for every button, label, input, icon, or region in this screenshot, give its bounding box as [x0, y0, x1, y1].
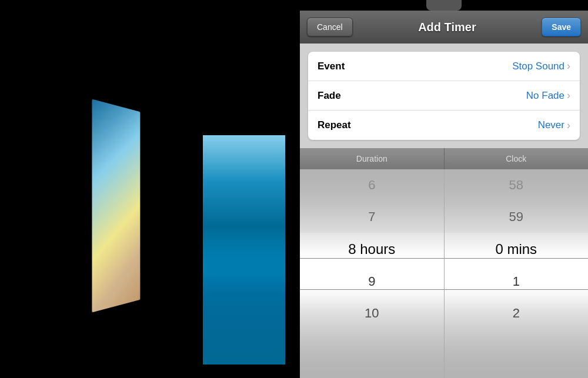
form-rows: Event Stop Sound › Fade No Fade › Repeat…: [308, 52, 580, 140]
repeat-value-text: Never: [538, 119, 564, 131]
repeat-label: Repeat: [318, 119, 351, 131]
fade-label: Fade: [318, 90, 341, 102]
picker-duration-item-9[interactable]: 9: [300, 266, 444, 297]
header-bar: Cancel Add Timer Save: [300, 11, 588, 44]
repeat-value[interactable]: Never ›: [538, 119, 570, 132]
event-label: Event: [318, 61, 345, 72]
picker-duration-items: 6 7 8 hours 9 10: [300, 169, 444, 329]
fade-value-text: No Fade: [526, 90, 564, 102]
panel-notch: [426, 0, 462, 11]
picker-clock-column[interactable]: 58 59 0 mins 1 2: [444, 169, 589, 378]
picker-clock-item-2[interactable]: 2: [445, 297, 589, 329]
event-chevron-icon: ›: [567, 60, 570, 72]
tab-clock[interactable]: Clock: [445, 148, 589, 169]
fade-value[interactable]: No Fade ›: [526, 89, 570, 102]
picker-clock-item-58[interactable]: 58: [445, 169, 589, 201]
fade-chevron-icon: ›: [567, 89, 570, 102]
tab-duration[interactable]: Duration: [300, 148, 445, 169]
dialog-title: Add Timer: [418, 21, 476, 34]
cancel-button[interactable]: Cancel: [307, 18, 353, 36]
event-value-text: Stop Sound: [512, 61, 564, 72]
repeat-row[interactable]: Repeat Never ›: [308, 111, 580, 140]
picker-clock-item-1[interactable]: 1: [445, 266, 589, 297]
repeat-chevron-icon: ›: [567, 119, 570, 132]
save-button[interactable]: Save: [542, 18, 581, 36]
picker-duration-item-8[interactable]: 8 hours: [300, 233, 444, 266]
segment-tabs: Duration Clock: [300, 148, 588, 169]
picker-duration-item-10[interactable]: 10: [300, 297, 444, 329]
picker-clock-item-59[interactable]: 59: [445, 201, 589, 233]
picker-clock-item-0[interactable]: 0 mins: [445, 233, 589, 266]
picker-clock-items: 58 59 0 mins 1 2: [445, 169, 589, 329]
form-area: Event Stop Sound › Fade No Fade › Repeat…: [300, 44, 588, 148]
background-photo-right: [203, 135, 285, 364]
picker-area: 6 7 8 hours 9 10 58 59 0 mins 1 2: [300, 169, 588, 378]
picker-duration-item-6[interactable]: 6: [300, 169, 444, 201]
fade-row[interactable]: Fade No Fade ›: [308, 81, 580, 111]
event-row[interactable]: Event Stop Sound ›: [308, 52, 580, 81]
picker-duration-column[interactable]: 6 7 8 hours 9 10: [300, 169, 444, 378]
picker-duration-item-7[interactable]: 7: [300, 201, 444, 233]
event-value[interactable]: Stop Sound ›: [512, 60, 570, 72]
timer-panel: Cancel Add Timer Save Event Stop Sound ›…: [300, 0, 588, 378]
background-photo-left: [92, 99, 140, 312]
